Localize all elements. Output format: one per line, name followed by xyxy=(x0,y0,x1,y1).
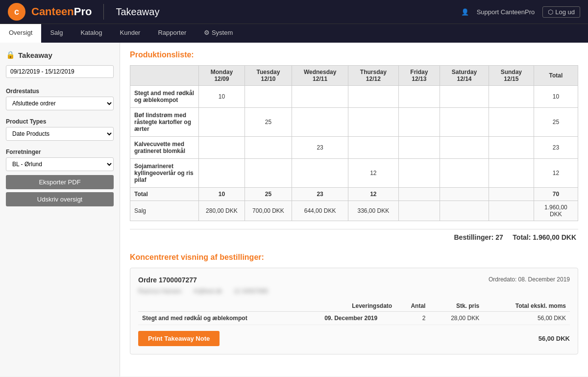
order-items-table: Leveringsdato Antal Stk. pris Total eksk… xyxy=(138,301,570,325)
col-total: Total xyxy=(534,66,578,86)
main-content: Produktionsliste: Monday 12/09 Tuesday 1… xyxy=(120,43,588,377)
order-date: Ordredato: 08. December 2019 xyxy=(489,276,570,283)
item-stk-pris: 28,00 DKK xyxy=(429,312,483,325)
items-col-antal: Antal xyxy=(396,301,429,312)
col-thu: Thursday 12/12 xyxy=(348,66,399,86)
produktionsliste-title: Produktionsliste: xyxy=(130,50,578,59)
nav-item-system[interactable]: ⚙ System xyxy=(195,24,242,43)
orderstatus-select[interactable]: Afsluttede ordrer xyxy=(6,97,114,110)
prod-row: Bøf lindstrøm med råstegte kartofler og … xyxy=(130,108,578,137)
order-customer-row: Rasmus Hansen rh@test.dk 12 34567890 xyxy=(138,288,570,295)
nav-item-kunder[interactable]: Kunder xyxy=(111,24,149,43)
canteenpro-logo-icon: c xyxy=(8,3,25,21)
salg-row: Salg280,00 DKK700,00 DKK644,00 DKK336,00… xyxy=(130,201,578,221)
nav-item-salg[interactable]: Salg xyxy=(41,24,72,43)
order-card: Ordre 1700007277 Ordredato: 08. December… xyxy=(130,268,578,354)
product-types-label: Product Types xyxy=(6,118,114,125)
sidebar-title: 🔒 Takeaway xyxy=(6,50,114,59)
item-product: Stegt and med rødkål og æblekompot xyxy=(138,312,306,325)
print-takeaway-button[interactable]: Print Takeaway Note xyxy=(138,331,220,346)
customer-name: Rasmus Hansen xyxy=(138,288,182,295)
summary-total-label: Total: xyxy=(513,233,531,241)
col-product xyxy=(130,66,199,86)
forretninger-select[interactable]: BL - Ørlund xyxy=(6,157,114,171)
items-col-pris: Stk. pris xyxy=(429,301,483,312)
date-range-input[interactable] xyxy=(6,65,114,78)
col-wed: Wednesday 12/11 xyxy=(292,66,348,86)
production-table: Monday 12/09 Tuesday 12/10 Wednesday 12/… xyxy=(130,65,578,221)
items-col-product xyxy=(138,301,306,312)
concentrated-title: Koncentreret visning af bestillinger: xyxy=(130,253,578,262)
total-row: Total1025231270 xyxy=(130,188,578,201)
order-item-row: Stegt and med rødkål og æblekompot 09. D… xyxy=(138,312,570,325)
order-footer: Print Takeaway Note 56,00 DKK xyxy=(138,331,570,346)
nav-item-rapporter[interactable]: Rapporter xyxy=(149,24,195,43)
sidebar: 🔒 Takeaway Ordrestatus Afsluttede ordrer… xyxy=(0,43,120,377)
logout-icon: ⬡ xyxy=(548,8,553,16)
orderstatus-label: Ordrestatus xyxy=(6,88,114,95)
header-divider xyxy=(103,4,104,20)
item-delivery-date: 09. December 2019 xyxy=(306,312,396,325)
lock-icon: 🔒 xyxy=(6,50,15,59)
item-antal: 2 xyxy=(396,312,429,325)
col-fri: Friday 12/13 xyxy=(398,66,440,86)
items-col-total: Total ekskl. moms xyxy=(483,301,570,312)
prod-row: Kalvecuvette med gratineret blomkål2323 xyxy=(130,137,578,159)
app-title: Takeaway xyxy=(116,6,159,18)
main-nav: Oversigt Salg Katalog Kunder Rapporter ⚙… xyxy=(0,24,588,43)
col-sat: Saturday 12/14 xyxy=(440,66,489,86)
item-total: 56,00 DKK xyxy=(483,312,570,325)
nav-item-oversigt[interactable]: Oversigt xyxy=(0,24,41,43)
header-left: c CanteenPro Takeaway xyxy=(8,3,159,21)
main-layout: 🔒 Takeaway Ordrestatus Afsluttede ordrer… xyxy=(0,43,588,377)
order-number: Ordre 1700007277 xyxy=(138,276,197,284)
col-mon: Monday 12/09 xyxy=(199,66,245,86)
svg-text:c: c xyxy=(14,7,19,17)
summary-total-value: 1.960,00 DKK xyxy=(533,233,576,241)
order-header: Ordre 1700007277 Ordredato: 08. December… xyxy=(138,276,570,284)
logout-button[interactable]: ⬡ Log ud xyxy=(542,6,580,18)
bestillinger-label: Bestillinger: xyxy=(454,233,493,241)
bestillinger-value: 27 xyxy=(495,233,503,241)
customer-email: rh@test.dk xyxy=(194,288,222,295)
customer-phone: 12 34567890 xyxy=(234,288,268,295)
export-pdf-button[interactable]: Eksporter PDF xyxy=(6,175,114,189)
prod-row: Sojamarineret kyllingeoverlår og ris pil… xyxy=(130,159,578,188)
summary-line: Bestillinger: 27 Total: 1.960,00 DKK xyxy=(130,229,578,245)
logo-text: CanteenPro xyxy=(31,5,92,18)
header: c CanteenPro Takeaway 👤 Support CanteenP… xyxy=(0,0,588,24)
header-right: 👤 Support CanteenPro ⬡ Log ud xyxy=(461,6,580,18)
col-tue: Tuesday 12/10 xyxy=(245,66,292,86)
prod-row: Stegt and med rødkål og æblekompot1010 xyxy=(130,86,578,108)
items-col-delivery: Leveringsdato xyxy=(306,301,396,312)
forretninger-label: Forretninger xyxy=(6,149,114,155)
nav-item-katalog[interactable]: Katalog xyxy=(72,24,111,43)
order-total: 56,00 DKK xyxy=(539,335,570,342)
print-overview-button[interactable]: Udskriv oversigt xyxy=(6,192,114,206)
support-user-icon: 👤 xyxy=(461,8,469,16)
product-types-select[interactable]: Date Products xyxy=(6,127,114,141)
support-label: Support CanteenPro xyxy=(477,8,535,16)
col-sun: Sunday 12/15 xyxy=(489,66,534,86)
